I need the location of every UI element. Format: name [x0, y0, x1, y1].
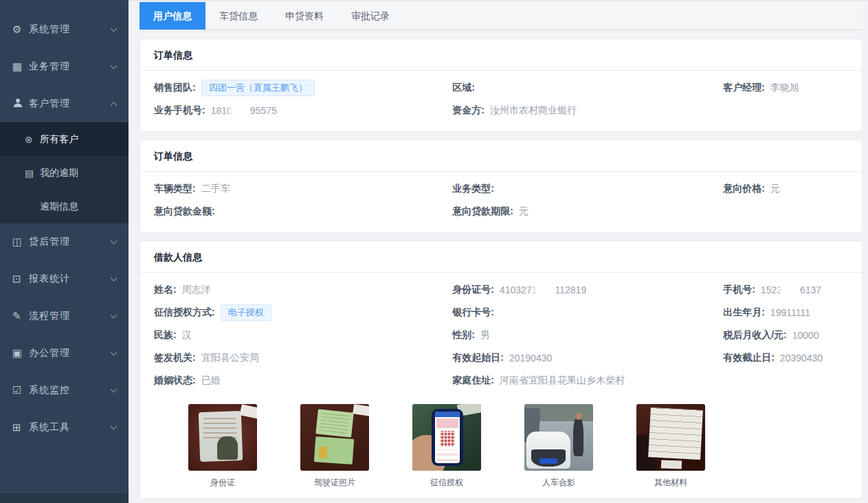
- paper-slip: [661, 460, 682, 469]
- handwritten-paper: [648, 407, 703, 460]
- field-birth-date: 出生年月: 19911111: [723, 301, 848, 324]
- person-head: [575, 413, 582, 421]
- sidebar-item-my-overdue[interactable]: 我的逾期: [0, 156, 129, 190]
- photo-license-booklets[interactable]: [300, 404, 369, 471]
- customer-submenu: 所有客户 我的逾期 逾期信息: [0, 122, 129, 223]
- photo-caption: 人车合影: [524, 477, 593, 489]
- field-label: 性别:: [452, 329, 475, 342]
- tab-user-info[interactable]: 用户信息: [140, 2, 205, 30]
- field-label: 有效截止日:: [723, 352, 775, 364]
- field-label: 业务手机号:: [154, 104, 205, 117]
- field-label: 车辆类型:: [154, 183, 196, 195]
- qr-code: [440, 431, 455, 447]
- field-value: 元: [770, 183, 780, 195]
- sidebar-item-label: 报表统计: [29, 273, 111, 285]
- field-value: 河南省宜阳县花果山乡木柴村: [500, 375, 625, 387]
- credit-auth-tag: 电子授权: [221, 304, 271, 321]
- photo-person-with-car[interactable]: [524, 404, 593, 471]
- field-sales-team: 销售团队: 四团一营（直属王鹏飞）: [154, 76, 452, 99]
- sidebar-item-label: 所有客户: [40, 133, 78, 146]
- field-value: 周志洋: [182, 284, 211, 296]
- field-account-manager: 客户经理: 李晓旭: [723, 76, 848, 99]
- field-gender: 性别: 男: [452, 324, 723, 346]
- photo-phone-qr-code[interactable]: [412, 404, 481, 471]
- field-label: 区域:: [452, 82, 475, 94]
- field-label: 税后月收入/元:: [723, 329, 787, 342]
- field-region: 区域:: [452, 76, 723, 99]
- card-title: 订单信息: [140, 39, 862, 71]
- field-value: 汉: [182, 329, 192, 342]
- sidebar-item-process-mgmt[interactable]: 流程管理: [0, 298, 129, 335]
- sidebar-item-customer-mgmt[interactable]: 客户管理: [0, 85, 129, 122]
- field-label: 资金方:: [452, 104, 485, 117]
- id-card-text-lines: [203, 416, 236, 438]
- field-intended-price: 意向价格: 元: [723, 177, 848, 200]
- photo-handwritten-document[interactable]: [636, 404, 705, 471]
- field-value: 男: [480, 329, 490, 342]
- chevron-down-icon: [111, 274, 118, 281]
- field-credit-auth-method: 征信授权方式: 电子授权: [154, 301, 452, 324]
- monitor-check-icon: [12, 384, 29, 396]
- field-home-address: 家庭住址: 河南省宜阳县花果山乡木柴村: [452, 369, 723, 392]
- columns-icon: [12, 236, 29, 248]
- grid-icon: [12, 60, 29, 73]
- id-suffix: 112819: [555, 284, 586, 295]
- field-label: 姓名:: [154, 284, 177, 296]
- field-funder: 资金方: 汝州市农村商业银行: [452, 99, 723, 122]
- phone-prefix: 1523: [761, 284, 782, 295]
- field-empty: [723, 99, 848, 122]
- field-issuing-authority: 签发机关: 宜阳县公安局: [154, 346, 452, 369]
- phone-top-bar: [435, 412, 460, 418]
- sidebar: 系统管理 业务管理 客户管理 所有客户 我的逾期 逾期信息: [0, 0, 129, 503]
- top-strip: [129, 0, 868, 1]
- card-body: 销售团队: 四团一营（直属王鹏飞） 区域: 客户经理: 李晓旭 业务手机号: [140, 71, 862, 131]
- sidebar-item-system-tools[interactable]: 系统工具: [0, 409, 129, 446]
- paper-scrap: [240, 404, 257, 418]
- sidebar-item-label: 逾期信息: [40, 201, 78, 213]
- field-bank-card-number: 银行卡号:: [452, 301, 723, 324]
- tab-approval-records[interactable]: 审批记录: [337, 2, 403, 30]
- field-value: 20390430: [780, 353, 823, 364]
- photo-id-card[interactable]: [188, 404, 257, 471]
- sidebar-item-postloan-mgmt[interactable]: 贷后管理: [0, 223, 129, 260]
- monitor-icon: [12, 273, 29, 285]
- field-label: 业务类型:: [452, 183, 494, 195]
- sidebar-item-all-customers[interactable]: 所有客户: [0, 122, 129, 156]
- field-value: 汝州市农村商业银行: [490, 104, 577, 117]
- field-empty: [723, 369, 848, 392]
- redaction-mask: [782, 285, 800, 295]
- field-label: 手机号:: [723, 284, 755, 296]
- sidebar-item-report-stats[interactable]: 报表统计: [0, 260, 129, 298]
- gear-icon: [12, 23, 29, 36]
- sidebar-item-office-mgmt[interactable]: 办公管理: [0, 335, 129, 372]
- sidebar-item-system-mgmt[interactable]: 系统管理: [0, 11, 129, 48]
- field-label: 民族:: [154, 329, 177, 342]
- sales-team-tag[interactable]: 四团一营（直属王鹏飞）: [201, 80, 315, 96]
- tab-loan-application-docs[interactable]: 申贷资料: [271, 2, 337, 30]
- main-content: 用户信息 车贷信息 申贷资料 审批记录 订单信息 销售团队: 四团一营（直属王鹏…: [129, 0, 868, 503]
- user-icon: [12, 98, 29, 111]
- sidebar-item-system-monitor[interactable]: 系统监控: [0, 372, 129, 409]
- card-title: 订单信息: [140, 140, 862, 172]
- sidebar-item-overdue-info[interactable]: 逾期信息: [0, 190, 129, 223]
- field-label: 意向贷款期限:: [452, 205, 513, 218]
- phone-suffix: 6137: [800, 284, 821, 295]
- field-label: 签发机关:: [154, 352, 196, 364]
- field-label: 身份证号:: [452, 284, 494, 296]
- field-marital-status: 婚姻状态: 已婚: [154, 369, 452, 392]
- screen-banner: [436, 418, 458, 428]
- sidebar-item-business-mgmt[interactable]: 业务管理: [0, 48, 129, 85]
- chevron-down-icon: [111, 25, 118, 32]
- field-value: 李晓旭: [770, 82, 799, 94]
- sidebar-item-label: 系统管理: [29, 23, 111, 36]
- chevron-down-icon: [111, 423, 118, 429]
- sidebar-item-label: 业务管理: [29, 60, 111, 73]
- order-info-card: 订单信息 销售团队: 四团一营（直属王鹏飞） 区域: 客户经理:: [140, 38, 863, 132]
- field-value: 15236137: [761, 284, 821, 295]
- sidebar-item-label: 客户管理: [29, 98, 111, 110]
- tab-car-loan-info[interactable]: 车贷信息: [205, 2, 271, 30]
- order-info-card-2: 订单信息 车辆类型: 二手车 业务类型: 意向价格: 元: [140, 139, 863, 233]
- screen-rows: [437, 449, 458, 461]
- id-prefix: 4103271: [500, 284, 537, 295]
- circle-asterisk-icon: [25, 134, 40, 145]
